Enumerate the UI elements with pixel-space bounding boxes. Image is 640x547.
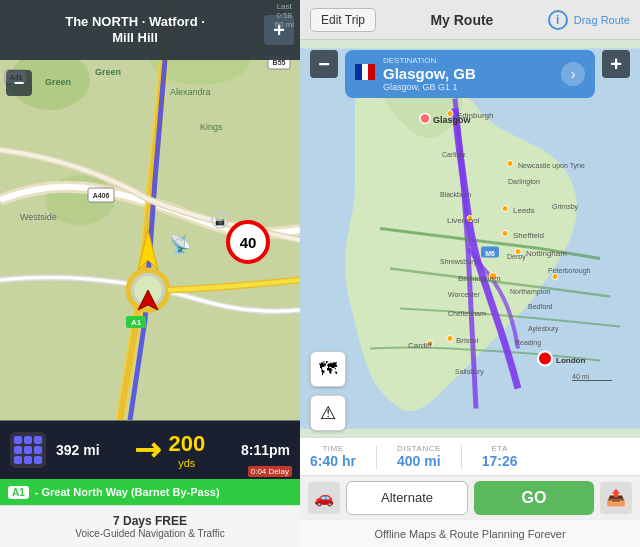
svg-text:Green: Green — [95, 67, 121, 77]
svg-rect-68 — [368, 64, 375, 80]
svg-text:Worcester: Worcester — [448, 291, 480, 298]
right-promo-text: Offline Maps & Route Planning Forever — [374, 528, 565, 540]
svg-text:📷: 📷 — [215, 216, 225, 226]
svg-text:Blackburn: Blackburn — [440, 191, 471, 198]
info-icon-button[interactable]: i — [548, 10, 568, 30]
route-overview-map: Glasgow Edinburgh Newcastle upon Tyne Ca… — [300, 40, 640, 437]
svg-point-27 — [447, 111, 453, 117]
eta-stat: ETA 17:26 — [482, 444, 518, 469]
arrival-time: 8:11pm — [241, 442, 290, 458]
svg-text:B55: B55 — [273, 59, 286, 66]
distance-label: DISTANCE — [397, 444, 441, 453]
zoom-out-button[interactable]: − — [6, 70, 32, 96]
svg-text:Shrewsbury: Shrewsbury — [440, 258, 477, 266]
svg-text:Bedford: Bedford — [528, 303, 553, 310]
svg-point-35 — [502, 231, 508, 237]
svg-point-58 — [447, 336, 453, 342]
svg-text:Grimsby: Grimsby — [552, 203, 579, 211]
share-icon-button[interactable]: 📤 — [600, 482, 632, 514]
menu-button[interactable] — [10, 432, 46, 468]
svg-text:Leeds: Leeds — [513, 206, 535, 215]
turn-arrow-icon: ↗ — [126, 427, 172, 473]
svg-text:Aylesbury: Aylesbury — [528, 325, 559, 333]
svg-text:📡: 📡 — [169, 233, 192, 255]
promo-line2: Voice-Guided Navigation & Traffic — [75, 528, 224, 539]
destination-city: Glasgow, GB — [383, 65, 555, 82]
svg-text:Alexandra: Alexandra — [170, 87, 211, 97]
svg-text:Westside: Westside — [20, 212, 57, 222]
svg-text:Bristol: Bristol — [456, 336, 478, 345]
destination-label: Destination — [383, 56, 555, 65]
promo-line1: 7 Days FREE — [113, 514, 187, 528]
speed-limit-sign: 40 — [226, 220, 270, 264]
last-update-info: Last 0:58 60 mi — [274, 2, 294, 29]
svg-text:Birmingham: Birmingham — [458, 274, 501, 283]
svg-text:40 mi: 40 mi — [572, 373, 590, 380]
street-name-line1: The NORTH · Watford · — [65, 14, 205, 30]
svg-text:Sheffield: Sheffield — [513, 231, 544, 240]
time-value: 6:40 hr — [310, 453, 356, 469]
destination-detail-button[interactable]: › — [561, 62, 585, 86]
svg-text:Reading: Reading — [515, 339, 541, 347]
svg-text:A1: A1 — [131, 318, 142, 327]
stat-divider-1 — [376, 445, 377, 469]
destination-flag-icon — [355, 64, 375, 84]
svg-point-29 — [507, 161, 513, 167]
svg-rect-67 — [362, 64, 368, 80]
direction-info: The NORTH · Watford · Mill Hill — [6, 14, 264, 45]
drag-route-label: Drag Route — [574, 14, 630, 26]
route-stats-bar: TIME 6:40 hr DISTANCE 400 mi ETA 17:26 — [300, 437, 640, 475]
road-badge: A1 — [8, 486, 29, 499]
svg-point-33 — [502, 206, 508, 212]
eta-label: ETA — [491, 444, 507, 453]
svg-text:Kings: Kings — [200, 122, 223, 132]
current-road-bar: A1 - Great North Way (Barnet By-Pass) — [0, 479, 300, 505]
right-zoom-out-button[interactable]: − — [310, 50, 338, 78]
svg-text:A406: A406 — [93, 192, 110, 199]
distance-value: 400 mi — [397, 453, 441, 469]
svg-rect-66 — [355, 64, 362, 80]
left-navigation-panel: 📡 A1 📷 A41 B55 Green Green Alexandra Kin… — [0, 0, 300, 547]
route-warning-button[interactable]: ⚠ — [310, 395, 346, 431]
svg-text:Peterborough: Peterborough — [548, 267, 591, 275]
svg-text:Liverpool: Liverpool — [447, 216, 480, 225]
destination-text: Destination Glasgow, GB Glasgow, GB G1 1 — [383, 56, 555, 92]
eta-value: 17:26 — [482, 453, 518, 469]
svg-text:M6: M6 — [485, 250, 495, 257]
street-name-line2: Mill Hill — [112, 30, 158, 46]
svg-text:Nottingham: Nottingham — [526, 249, 567, 258]
go-button[interactable]: GO — [474, 481, 594, 515]
destination-card: Destination Glasgow, GB Glasgow, GB G1 1… — [345, 50, 595, 98]
route-action-bar: 🚗 Alternate GO 📤 — [300, 475, 640, 519]
svg-point-61 — [538, 352, 552, 366]
svg-text:Carlisle: Carlisle — [442, 151, 465, 158]
svg-text:Green: Green — [45, 77, 71, 87]
turn-distance: 200 yds — [168, 431, 205, 469]
navigation-map: 📡 A1 📷 A41 B55 Green Green Alexandra Kin… — [0, 0, 300, 420]
right-zoom-in-button[interactable]: + — [602, 50, 630, 78]
svg-text:Cheltenham: Cheltenham — [448, 310, 486, 317]
delay-badge: 0:04 Delay — [248, 466, 292, 477]
right-route-panel: Edit Trip My Route i Drag Route — [300, 0, 640, 547]
map-layers-button[interactable]: 🗺 — [310, 351, 346, 387]
svg-text:Northampton: Northampton — [510, 288, 551, 296]
stat-divider-2 — [461, 445, 462, 469]
svg-text:Cardiff: Cardiff — [408, 341, 432, 350]
car-icon-button[interactable]: 🚗 — [308, 482, 340, 514]
promo-section: 7 Days FREE Voice-Guided Navigation & Tr… — [0, 505, 300, 547]
svg-text:London: London — [556, 356, 585, 365]
my-route-title: My Route — [376, 12, 548, 28]
svg-point-44 — [515, 249, 521, 255]
time-label: TIME — [322, 444, 343, 453]
svg-text:Edinburgh: Edinburgh — [457, 111, 493, 120]
svg-text:Salisbury: Salisbury — [455, 368, 484, 376]
destination-address: Glasgow, GB G1 1 — [383, 82, 555, 92]
alternate-button[interactable]: Alternate — [346, 481, 468, 515]
time-stat: TIME 6:40 hr — [310, 444, 356, 469]
distance-stat: DISTANCE 400 mi — [397, 444, 441, 469]
svg-text:Darlington: Darlington — [508, 178, 540, 186]
right-promo-bar: Offline Maps & Route Planning Forever — [300, 519, 640, 547]
edit-trip-button[interactable]: Edit Trip — [310, 8, 376, 32]
next-turn-info: ↗ 200 yds — [100, 431, 241, 469]
navigation-header: The NORTH · Watford · Mill Hill + Last 0… — [0, 0, 300, 60]
